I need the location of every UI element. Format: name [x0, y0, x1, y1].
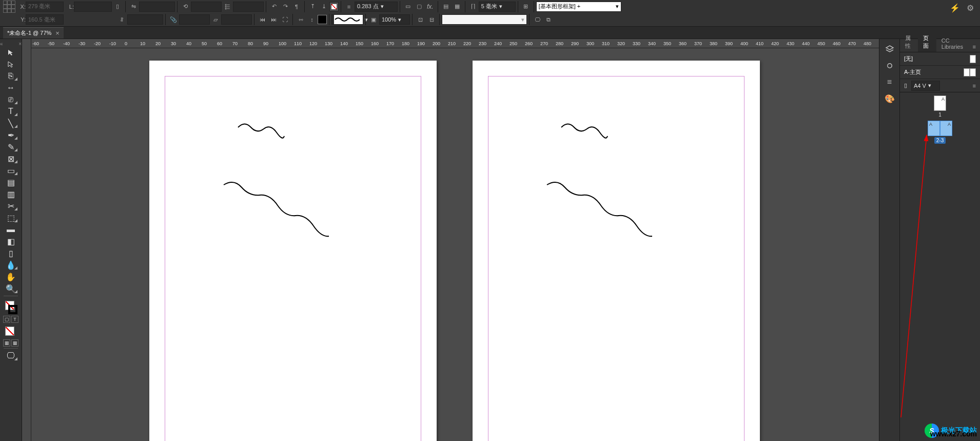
- view-mode-button[interactable]: 🖵: [3, 350, 18, 361]
- fill-stroke-swatch[interactable]: [3, 301, 18, 314]
- auto-fit-icon[interactable]: ⊡: [415, 14, 426, 25]
- next-spread-icon[interactable]: ⏭: [268, 14, 279, 25]
- page-thumb-1[interactable]: A: [934, 95, 946, 111]
- swatches-icon[interactable]: 🎨: [883, 91, 897, 106]
- content-collector-tool[interactable]: ⎚: [3, 94, 18, 105]
- page-tool[interactable]: ⎘: [3, 70, 18, 82]
- rect-icon[interactable]: ▭: [402, 1, 414, 12]
- page-3[interactable]: [473, 61, 760, 441]
- gradient-feather-tool[interactable]: ◧: [3, 236, 18, 247]
- scale-y-input[interactable]: [221, 14, 252, 25]
- object-style-dropdown[interactable]: [基本图形框架] +▾: [536, 2, 621, 12]
- container-format-button[interactable]: ▢: [3, 316, 10, 323]
- text-wrap-none-icon[interactable]: ▤: [440, 1, 452, 12]
- close-icon[interactable]: ×: [18, 41, 22, 46]
- rounded-rect-icon[interactable]: ▢: [414, 1, 425, 12]
- page-2[interactable]: [149, 61, 437, 441]
- text-wrap-around-icon[interactable]: ▦: [452, 1, 463, 12]
- free-transform-tool[interactable]: ⬚: [3, 212, 18, 223]
- stroke-weight-dropdown[interactable]: 0.283 点▾: [355, 2, 398, 12]
- corner-options-icon[interactable]: ⌈⌉: [467, 1, 479, 12]
- rectangle-tool[interactable]: ▭: [3, 165, 18, 176]
- stroke-style-dropdown[interactable]: ▾: [331, 14, 363, 25]
- fx-button[interactable]: fx.: [425, 3, 436, 10]
- lightning-icon[interactable]: ⚡: [949, 2, 961, 13]
- vertical-ruler[interactable]: [22, 39, 31, 441]
- reference-point-grid[interactable]: [3, 1, 15, 13]
- x-input[interactable]: [26, 2, 64, 12]
- tab-properties[interactable]: 属性: [900, 32, 918, 52]
- links-icon[interactable]: [883, 59, 897, 73]
- opacity-dropdown[interactable]: 100%▾: [379, 14, 410, 25]
- vertical-grid-tool[interactable]: ▥: [3, 188, 18, 200]
- document-canvas[interactable]: [31, 48, 879, 441]
- text-format-button[interactable]: T: [11, 316, 18, 323]
- line-tool[interactable]: ╲: [3, 118, 18, 129]
- gradient-swatch-tool[interactable]: ▬: [3, 224, 18, 235]
- direct-selection-tool[interactable]: [3, 59, 18, 70]
- close-icon[interactable]: ×: [55, 29, 60, 37]
- pen-tool[interactable]: ✒: [3, 129, 18, 141]
- wavy-line-object[interactable]: [559, 117, 610, 143]
- undo-icon[interactable]: ↶: [268, 1, 280, 12]
- tab-cc-libraries[interactable]: CC Libraries: [936, 35, 969, 52]
- rectangle-frame-tool[interactable]: ⊠: [3, 153, 18, 164]
- panel-drag-handle[interactable]: « ×: [0, 41, 22, 46]
- orientation-icon[interactable]: ▯: [904, 82, 907, 89]
- document-tab[interactable]: *未命名-1 @ 77% ×: [3, 27, 64, 39]
- fit-page-icon[interactable]: ⛶: [279, 14, 290, 25]
- pencil-tool[interactable]: ✎: [3, 141, 18, 152]
- content-aware-fit-icon[interactable]: ⊟: [426, 14, 437, 25]
- horizontal-grid-tool[interactable]: ▤: [3, 177, 18, 188]
- master-a[interactable]: A-主页: [900, 66, 980, 79]
- gradient-dropdown[interactable]: ▾: [442, 14, 527, 25]
- shear-icon[interactable]: ⬱: [222, 1, 233, 12]
- rotate-input[interactable]: [191, 2, 222, 12]
- size-menu-icon[interactable]: ≡: [973, 83, 976, 89]
- distribute-v-icon[interactable]: ↕: [306, 14, 318, 25]
- flip-horizontal-icon[interactable]: ⇋: [128, 1, 139, 12]
- spread-thumb-2-3[interactable]: A A: [928, 121, 952, 136]
- gear-icon[interactable]: ⚙: [965, 2, 976, 13]
- screen-mode-icon[interactable]: 🖵: [532, 14, 543, 25]
- panel-menu-icon[interactable]: ≡: [969, 42, 980, 52]
- paragraph-icon[interactable]: ¶: [291, 1, 302, 12]
- selection-tool[interactable]: [3, 47, 18, 58]
- eyedropper-tool[interactable]: 💧: [3, 259, 18, 271]
- redo-icon[interactable]: ↷: [280, 1, 291, 12]
- height-input[interactable]: [127, 14, 163, 25]
- pages-thumbnail-area[interactable]: A 1 A A 2-3: [900, 92, 980, 441]
- frame-grid-icon[interactable]: ⊞: [520, 1, 532, 12]
- note-tool[interactable]: ▯: [3, 247, 18, 259]
- y-input[interactable]: [26, 14, 64, 25]
- stroke-icon[interactable]: ≡: [883, 75, 897, 89]
- scale-x-input[interactable]: [179, 14, 210, 25]
- apply-gradient-button[interactable]: ▩: [11, 339, 18, 347]
- zoom-tool[interactable]: 🔍: [3, 283, 18, 294]
- page-size-dropdown[interactable]: A4 V▾: [911, 81, 940, 91]
- opacity-icon[interactable]: ▣: [368, 14, 379, 25]
- flip-vertical-icon[interactable]: ⥯: [116, 14, 127, 25]
- type-tool[interactable]: T: [3, 106, 18, 117]
- width-input[interactable]: [139, 2, 175, 12]
- distribute-h-icon[interactable]: ⇿: [295, 14, 306, 25]
- tab-pages[interactable]: 页面: [918, 32, 936, 52]
- attachment-icon[interactable]: 📎: [168, 14, 179, 25]
- align-bottom-icon[interactable]: ⤓: [318, 1, 329, 12]
- corner-size-dropdown[interactable]: 5 毫米▾: [479, 2, 516, 12]
- wavy-line-object[interactable]: [221, 180, 334, 241]
- hand-tool[interactable]: ✋: [3, 271, 18, 282]
- stroke-color-swatch[interactable]: [318, 15, 327, 24]
- rotate-icon[interactable]: ⟲: [180, 1, 191, 12]
- scissors-tool[interactable]: ✂: [3, 200, 18, 212]
- master-none[interactable]: [无]: [900, 52, 980, 66]
- shear-input[interactable]: [233, 2, 264, 12]
- fill-swatch[interactable]: [329, 2, 339, 11]
- prev-spread-icon[interactable]: ⏮: [257, 14, 268, 25]
- wavy-line-object[interactable]: [236, 117, 287, 143]
- gap-tool[interactable]: ↔: [3, 82, 18, 93]
- skew-icon[interactable]: ▱: [210, 14, 221, 25]
- apply-none-button[interactable]: ▦: [3, 339, 10, 347]
- l-input[interactable]: [74, 2, 112, 12]
- arrange-icon[interactable]: ⧉: [543, 14, 554, 25]
